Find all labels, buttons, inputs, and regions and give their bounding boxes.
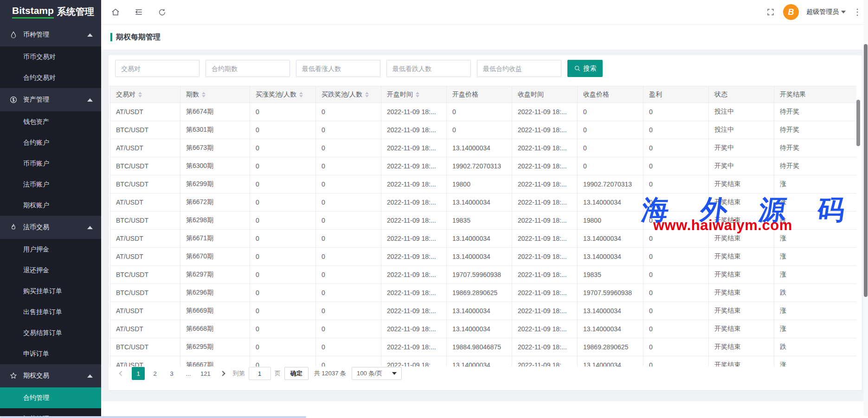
table-cell: 13.14000034 (578, 320, 643, 338)
filter-input[interactable] (296, 60, 380, 77)
page-number-button[interactable]: 121 (199, 367, 212, 380)
page-number-button[interactable]: 3 (165, 367, 178, 380)
goto-page-label: 到第 (233, 369, 245, 378)
more-menu-icon[interactable]: ⋮ (853, 8, 862, 16)
sidebar-item[interactable]: 出售挂单订单 (0, 302, 101, 322)
sidebar-item[interactable]: 购买挂单订单 (0, 281, 101, 302)
table-row[interactable]: AT/USDT第6674期002022-11-09 18:...02022-11… (110, 103, 857, 121)
user-avatar-bitcoin-icon[interactable]: B (783, 4, 799, 20)
column-header[interactable]: 状态 (709, 86, 774, 103)
table-cell: 涨 (774, 248, 857, 266)
filter-input[interactable] (386, 60, 471, 77)
table-cell: 13.14000034 (578, 248, 643, 266)
sidebar-item[interactable]: 期权账户 (0, 195, 101, 216)
table-row[interactable]: AT/USDT第6671期002022-11-09 18:...13.14000… (110, 230, 857, 248)
column-header[interactable]: 收盘时间 (512, 86, 578, 103)
table-cell: 2022-11-09 18:... (381, 302, 447, 320)
sidebar-item[interactable]: 退还押金 (0, 260, 101, 281)
table-row[interactable]: AT/USDT第6669期002022-11-09 18:...13.14000… (110, 302, 857, 320)
options-table: 交易对期数买涨奖池/人数买跌奖池/人数开盘时间开盘价格收盘时间收盘价格盈利状态开… (110, 86, 856, 367)
table-row[interactable]: AT/USDT第6670期002022-11-09 18:...13.14000… (110, 248, 857, 266)
sidebar-section-header[interactable]: 币种管理 (0, 23, 101, 46)
table-row[interactable]: AT/USDT第6667期002022-11-09 18:...13.14000… (110, 356, 857, 367)
table-row[interactable]: BTC/USDT第6297期002022-11-09 18:...19707.5… (110, 266, 857, 284)
sidebar-section-header[interactable]: 法币交易 (0, 216, 101, 239)
column-header[interactable]: 开盘价格 (447, 86, 512, 103)
pagination: 123...121到第页确定共 12037 条100 条/页 (115, 367, 402, 380)
sidebar-item[interactable]: 订单管理 (0, 408, 101, 416)
search-button[interactable]: 搜索 (567, 60, 603, 77)
page-size-select[interactable]: 100 条/页 (352, 367, 402, 380)
table-cell: BTC/USDT (110, 121, 180, 139)
sidebar-item[interactable]: 币币交易对 (0, 46, 101, 67)
filter-input[interactable] (206, 60, 290, 77)
sidebar-item[interactable]: 合约交易对 (0, 67, 101, 88)
sidebar-item[interactable]: 法币账户 (0, 174, 101, 195)
table-cell: 19869.2890625 (578, 338, 643, 356)
table-cell: 2022-11-09 18:... (381, 248, 447, 266)
sort-icon[interactable] (365, 92, 369, 97)
sidebar-item[interactable]: 交易结算订单 (0, 322, 101, 343)
sort-icon[interactable] (202, 92, 206, 97)
table-row[interactable]: BTC/USDT第6299期002022-11-09 18:...1980020… (110, 175, 857, 193)
goto-page-input[interactable] (249, 367, 271, 380)
column-header[interactable]: 交易对 (110, 86, 180, 103)
column-header[interactable]: 买跌奖池/人数 (316, 86, 381, 103)
column-header[interactable]: 开奖结果 (774, 86, 857, 103)
table-row[interactable]: BTC/USDT第6301期002022-11-09 18:...02022-1… (110, 121, 857, 139)
sort-icon[interactable] (299, 92, 303, 97)
table-row[interactable]: AT/USDT第6673期002022-11-09 18:...13.14000… (110, 139, 857, 157)
table-cell: 2022-11-09 18:... (512, 103, 578, 121)
sidebar-item[interactable]: 合约账户 (0, 132, 101, 153)
sidebar-item[interactable]: 用户押金 (0, 239, 101, 260)
fullscreen-icon[interactable] (765, 7, 776, 17)
sidebar: Bitstamp 系统管理 币种管理币币交易对合约交易对资产管理钱包资产合约账户… (0, 0, 101, 416)
column-header[interactable]: 收盘价格 (578, 86, 643, 103)
page-number-button[interactable]: 1 (132, 367, 145, 380)
sidebar-item[interactable]: 币币账户 (0, 153, 101, 174)
sidebar-item[interactable]: 钱包资产 (0, 111, 101, 132)
table-scrollbar[interactable] (856, 100, 860, 146)
table-row[interactable]: AT/USDT第6668期002022-11-09 18:...13.14000… (110, 320, 857, 338)
user-menu[interactable]: 超级管理员 (806, 8, 846, 16)
fold-menu-icon[interactable] (134, 7, 144, 17)
table-cell: 0 (643, 338, 709, 356)
sidebar-section-header[interactable]: 期权交易 (0, 364, 101, 387)
table-cell: BTC/USDT (110, 212, 180, 230)
chevron-up-icon (87, 33, 93, 37)
column-header[interactable]: 买涨奖池/人数 (250, 86, 316, 103)
home-icon[interactable] (110, 7, 121, 17)
table-cell: BTC/USDT (110, 284, 180, 302)
table-row[interactable]: BTC/USDT第6300期002022-11-09 18:...19902.7… (110, 157, 857, 175)
page-ellipsis: ... (182, 367, 195, 380)
column-header[interactable]: 开盘时间 (381, 86, 447, 103)
sort-icon[interactable] (416, 92, 419, 97)
filter-input[interactable] (115, 60, 199, 77)
horizontal-scrollbar[interactable] (0, 416, 868, 418)
prev-page-button[interactable] (115, 367, 128, 380)
table-cell: 0 (316, 175, 381, 193)
fire-icon (9, 223, 18, 232)
page-scrollbar-thumb[interactable] (864, 44, 868, 297)
table-row[interactable]: BTC/USDT第6298期002022-11-09 18:...1983520… (110, 212, 857, 230)
table-row[interactable]: BTC/USDT第6296期002022-11-09 18:...19869.2… (110, 284, 857, 302)
sidebar-menu: 币种管理币币交易对合约交易对资产管理钱包资产合约账户币币账户法币账户期权账户法币… (0, 23, 101, 416)
table-cell: 0 (643, 212, 709, 230)
table-cell: 第6672期 (180, 193, 250, 212)
filter-input[interactable] (477, 60, 561, 77)
next-page-button[interactable] (216, 367, 229, 380)
horizontal-scrollbar-thumb[interactable] (0, 416, 306, 418)
table-cell: 开奖中 (709, 139, 774, 157)
refresh-icon[interactable] (157, 7, 167, 17)
page-scrollbar[interactable] (863, 0, 868, 418)
sidebar-item[interactable]: 合约管理 (0, 387, 101, 408)
column-header[interactable]: 盈利 (643, 86, 709, 103)
sidebar-section-header[interactable]: 资产管理 (0, 88, 101, 111)
sidebar-item[interactable]: 申诉订单 (0, 343, 101, 364)
column-header[interactable]: 期数 (180, 86, 250, 103)
confirm-page-button[interactable]: 确定 (284, 367, 309, 380)
table-row[interactable]: AT/USDT第6672期002022-11-09 18:...13.14000… (110, 193, 857, 212)
table-row[interactable]: BTC/USDT第6295期002022-11-09 18:...19884.9… (110, 338, 857, 356)
page-number-button[interactable]: 2 (148, 367, 161, 380)
sort-icon[interactable] (138, 92, 142, 97)
